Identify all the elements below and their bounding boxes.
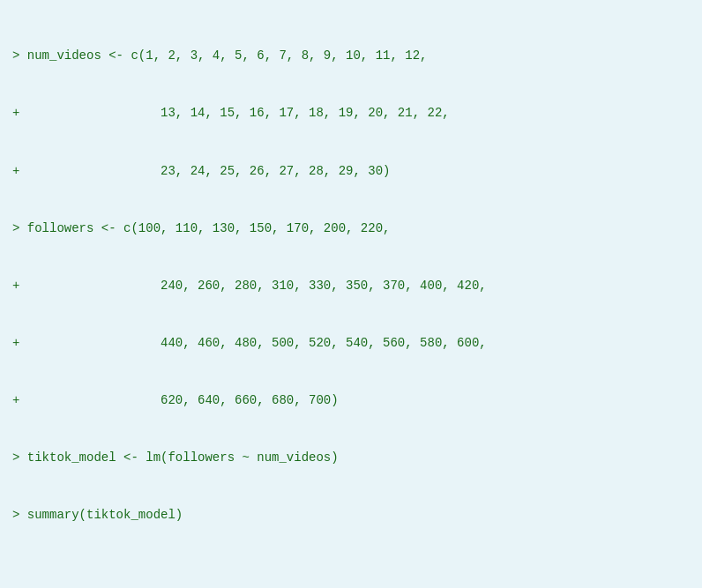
continuation-symbol-1: + 13, 14, 15, 16, 17, 18, 19, 20, 21, 22…	[12, 106, 450, 120]
continuation-symbol-4: + 440, 460, 480, 500, 520, 540, 560, 580…	[12, 336, 487, 350]
code-line-3: + 23, 24, 25, 26, 27, 28, 29, 30)	[12, 162, 690, 182]
code-line-1: > num_videos <- c(1, 2, 3, 4, 5, 6, 7, 8…	[12, 47, 690, 66]
code-line-8: > tiktok_model <- lm(followers ~ num_vid…	[12, 449, 690, 468]
code-line-5: + 240, 260, 280, 310, 330, 350, 370, 400…	[12, 277, 690, 296]
code-line-6: + 440, 460, 480, 500, 520, 540, 560, 580…	[12, 334, 690, 354]
prompt-symbol-3: > tiktok_model <- lm(followers ~ num_vid…	[12, 450, 339, 465]
prompt-symbol-1: > num_videos <- c(1, 2, 3, 4, 5, 6, 7, 8…	[12, 48, 427, 63]
prompt-symbol-2: > followers <- c(100, 110, 130, 150, 170…	[12, 221, 390, 235]
continuation-symbol-2: + 23, 24, 25, 26, 27, 28, 29, 30)	[12, 164, 390, 178]
continuation-symbol-5: + 620, 640, 660, 680, 700)	[12, 393, 339, 407]
prompt-symbol-4: > summary(tiktok_model)	[12, 508, 183, 522]
code-line-7: + 620, 640, 660, 680, 700)	[12, 391, 690, 411]
blank-1	[12, 563, 690, 573]
code-line-9: > summary(tiktok_model)	[12, 506, 690, 525]
code-line-2: + 13, 14, 15, 16, 17, 18, 19, 20, 21, 22…	[12, 104, 690, 123]
continuation-symbol-3: + 240, 260, 280, 310, 330, 350, 370, 400…	[12, 279, 487, 293]
console-output: > num_videos <- c(1, 2, 3, 4, 5, 6, 7, 8…	[12, 9, 690, 588]
code-line-4: > followers <- c(100, 110, 130, 150, 170…	[12, 220, 690, 239]
